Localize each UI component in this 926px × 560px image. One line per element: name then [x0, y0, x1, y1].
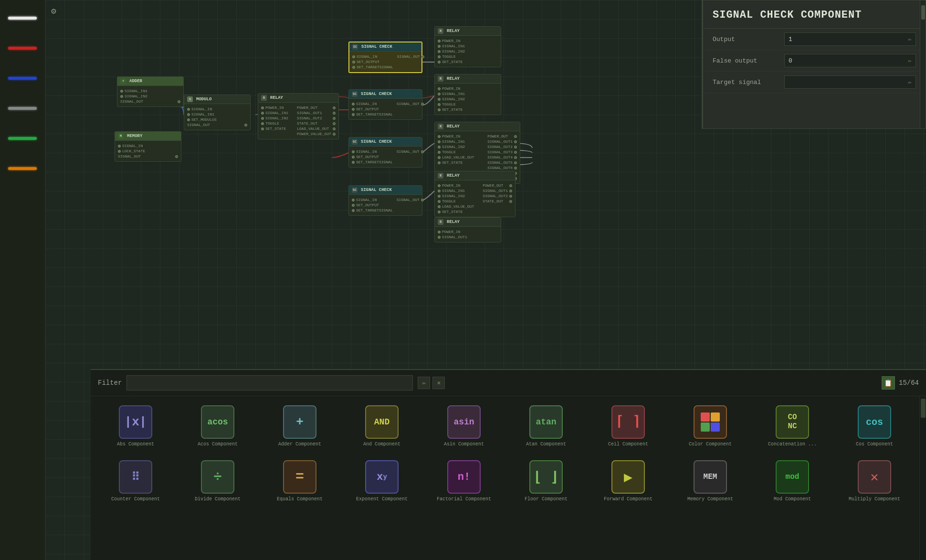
component-multiply[interactable]: ✕ Multiply Component [833, 455, 915, 510]
memory-icon: M [118, 133, 124, 139]
filter-label: Filter [98, 379, 122, 387]
component-counter[interactable]: ⠿ Counter Component [95, 455, 177, 510]
signal-check-2-label: SIGNAL CHECK [361, 92, 392, 96]
asin-label: Asin Component [444, 442, 484, 447]
right-panel-scrollbar[interactable] [920, 0, 926, 128]
filter-input[interactable] [126, 375, 413, 391]
mod-label: Mod Component [774, 497, 811, 502]
abs-icon: |x| [119, 405, 152, 439]
settings-icon[interactable]: ⚙ [51, 6, 56, 16]
relay-left-label: RELAY [270, 95, 283, 100]
node-relay-right-2[interactable]: R RELAY POWER_IN SIGNAL_IN1 SIGNAL_IN2 T… [434, 74, 501, 115]
acos-icon: acos [201, 405, 234, 439]
relay-r1-icon: R [438, 28, 443, 34]
signal-check-4-icon: SC [352, 187, 358, 193]
false-output-value: 0 [789, 57, 792, 64]
relay-r5-icon: R [438, 219, 443, 225]
target-signal-label: Target signal [713, 79, 784, 86]
abs-label: Abs Component [117, 442, 154, 447]
wire-orange[interactable] [5, 155, 41, 181]
filter-bar: Filter ✏ ✕ 📋 15/64 [91, 370, 926, 396]
wire-gray[interactable] [5, 95, 41, 121]
counter-label: Counter Component [111, 497, 160, 502]
output-label: Output [713, 36, 784, 43]
forward-label: Forward Component [604, 497, 652, 502]
cos-icon: cos [858, 405, 891, 439]
main-container: ⚙ [0, 0, 926, 560]
component-asin[interactable]: asin Asin Component [423, 400, 505, 455]
adder-comp-icon: + [283, 405, 316, 439]
cos-label: Cos Component [856, 442, 893, 447]
output-value: 1 [789, 36, 792, 43]
component-floor[interactable]: ⌊ ⌋ Floor Component [505, 455, 587, 510]
equals-icon: = [283, 460, 316, 494]
component-exponent[interactable]: xy Exponent Component [341, 455, 423, 510]
wire-blue[interactable] [5, 65, 41, 91]
factorial-label: Factorial Component [437, 497, 491, 502]
grid-scrollbar[interactable] [919, 396, 926, 560]
false-output-input[interactable]: 0 ✏ [784, 54, 916, 67]
output-field: Output 1 ✏ [703, 29, 926, 50]
grid-scroll-thumb [921, 399, 926, 418]
adder-comp-label: Adder Component [278, 442, 321, 447]
component-abs[interactable]: |x| Abs Component [95, 400, 177, 455]
component-factorial[interactable]: n! Factorial Component [423, 455, 505, 510]
filter-icons: ✏ ✕ [418, 377, 445, 389]
asin-icon: asin [447, 405, 481, 439]
node-modulo[interactable]: % MODULO SIGNAL_IN SIGNAL_IN1 SET_MODULU… [184, 95, 251, 130]
node-relay-right-5[interactable]: R RELAY POWER_IN SIGNAL_OUT1 [434, 217, 501, 243]
right-panel: SIGNAL CHECK COMPONENT Output 1 ✏ False … [702, 0, 926, 129]
output-input[interactable]: 1 ✏ [784, 32, 916, 46]
component-cos[interactable]: cos Cos Component [833, 400, 915, 455]
output-edit-icon[interactable]: ✏ [908, 35, 912, 43]
mod-icon: mod [776, 460, 809, 494]
memory2-icon: MEM [694, 460, 727, 494]
component-acos[interactable]: acos Acos Component [177, 400, 259, 455]
node-memory[interactable]: M MEMORY SIGNAL_IN LOCK_STATE SIGNAL_OUT [115, 131, 181, 162]
node-relay-right-1[interactable]: R RELAY POWER_IN SIGNAL_IN1 SIGNAL_IN2 T… [434, 26, 501, 67]
wire-green[interactable] [5, 125, 41, 151]
filter-edit-btn[interactable]: ✏ [418, 377, 430, 389]
and-icon: AND [365, 405, 399, 439]
node-signal-check-2[interactable]: SC SIGNAL CHECK SIGNAL_IN SET_OUTPUT SET… [348, 89, 422, 120]
wire-white[interactable] [5, 5, 41, 31]
component-atan[interactable]: atan Atan Component [505, 400, 587, 455]
component-equals[interactable]: = Equals Component [259, 455, 341, 510]
component-color[interactable]: Color Component [669, 400, 751, 455]
acos-label: Acos Component [198, 442, 238, 447]
false-output-label: False output [713, 57, 784, 64]
color-label: Color Component [689, 442, 732, 447]
multiply-icon: ✕ [858, 460, 891, 494]
component-memory2[interactable]: MEM Memory Component [669, 455, 751, 510]
node-signal-check-1[interactable]: SC SIGNAL CHECK SIGNAL_IN SET_OUTPUT SET… [348, 42, 422, 73]
relay-r4-icon: R [438, 173, 443, 179]
false-output-edit-icon[interactable]: ✏ [908, 57, 912, 64]
node-signal-check-3[interactable]: SC SIGNAL CHECK SIGNAL_IN SET_OUTPUT SET… [348, 137, 422, 168]
factorial-icon: n! [447, 460, 481, 494]
right-panel-title: SIGNAL CHECK COMPONENT [713, 9, 916, 21]
component-mod[interactable]: mod Mod Component [751, 455, 833, 510]
target-signal-input[interactable]: ✏ [784, 75, 916, 89]
memory-label: MEMORY [127, 134, 142, 138]
node-adder[interactable]: + ADDER SIGNAL_IN1 SIGNAL_IN2 SIGNAL_OUT [117, 76, 184, 107]
bottom-panel: Filter ✏ ✕ 📋 15/64 |x| Abs Component [91, 369, 926, 560]
atan-icon: atan [529, 405, 563, 439]
false-output-field: False output 0 ✏ [703, 50, 926, 72]
component-concat[interactable]: CONC Concatenation ... [751, 400, 833, 455]
node-relay-right-4[interactable]: R RELAY POWER_IN SIGNAL_IN1 SIGNAL_IN2 T… [434, 171, 516, 217]
wire-red[interactable] [5, 35, 41, 61]
node-signal-check-4[interactable]: SC SIGNAL CHECK SIGNAL_IN SET_OUTPUT SET… [348, 185, 422, 216]
equals-label: Equals Component [277, 497, 323, 502]
ceil-icon: ⌈ ⌉ [611, 405, 645, 439]
filter-clear-btn[interactable]: ✕ [432, 377, 445, 389]
component-and[interactable]: AND And Component [341, 400, 423, 455]
memory2-label: Memory Component [687, 497, 733, 502]
node-relay-left[interactable]: R RELAY POWER_IN SIGNAL_IN1 SIGNAL_IN2 T… [258, 93, 339, 139]
component-adder[interactable]: + Adder Component [259, 400, 341, 455]
component-ceil[interactable]: ⌈ ⌉ Ceil Component [587, 400, 669, 455]
component-forward[interactable]: ▶ Forward Component [587, 455, 669, 510]
component-divide[interactable]: ÷ Divide Component [177, 455, 259, 510]
modulo-label: MODULO [196, 97, 211, 102]
target-signal-edit-icon[interactable]: ✏ [908, 78, 912, 86]
signal-check-1-label: SIGNAL CHECK [361, 44, 392, 49]
